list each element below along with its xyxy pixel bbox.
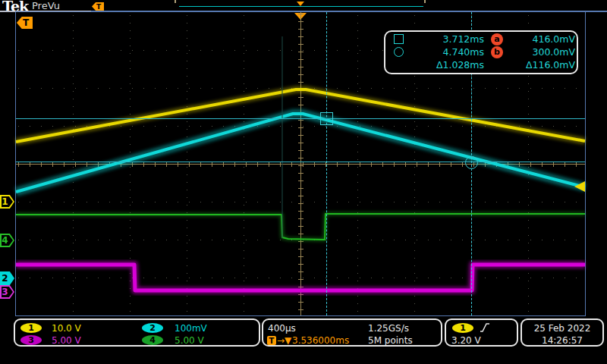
trigger-source-badge: 1	[452, 323, 473, 333]
cursor-b-circle-marker[interactable]	[465, 156, 478, 169]
horizontal-readout: 400µs 1.25GS/s T →▼ 3.536000ms 5M points	[262, 318, 442, 347]
date-label: 25 Feb 2022	[522, 323, 602, 334]
trigger-level: 3.20 V	[451, 335, 481, 346]
channel-4-marker-label: 4	[0, 235, 10, 246]
datetime-readout: 25 Feb 2022 14:26:57	[521, 318, 604, 347]
channel-3-scale: 5.00 V	[52, 335, 81, 346]
trigger-delay-value: 3.536000ms	[292, 335, 349, 346]
cursor-delta-time: Δ1.028ms	[410, 59, 484, 71]
trigger-readout: 1 3.20 V	[445, 318, 518, 347]
channel-scales-readout: 1 10.0 V 2 100mV 3 5.00 V 4 5.00 V	[14, 318, 260, 347]
cursor-a-time: 3.712ms	[410, 33, 484, 45]
cursor-b-circle-icon	[394, 47, 404, 57]
cursor-b-time: 4.740ms	[410, 46, 484, 58]
channel-2-badge: 2	[142, 323, 163, 333]
channel-4-badge: 4	[142, 335, 163, 345]
time-cursor-a[interactable]	[326, 12, 327, 315]
cursor-a-amplitude: 416.0mV	[510, 33, 575, 45]
channel-2-scale: 100mV	[175, 323, 207, 334]
cursor-b-amplitude: 300.0mV	[510, 46, 575, 58]
oscilloscope-screen: Tek PreVu T T 1 4 2 3 3.712ms a 41	[0, 0, 607, 364]
cursor-a-badge: a	[491, 33, 503, 46]
sample-rate: 1.25GS/s	[368, 323, 409, 334]
horizontal-scale: 400µs	[268, 323, 296, 334]
trigger-delay-t-icon: T	[267, 336, 276, 345]
channel-1-scale: 10.0 V	[52, 323, 81, 334]
amplitude-cursor-a[interactable]	[16, 118, 585, 119]
record-length: 5M points	[368, 335, 413, 346]
rising-edge-slope-icon	[480, 322, 490, 334]
cursor-b-badge: b	[491, 46, 503, 58]
cursor-readout-box: 3.712ms a 416.0mV 4.740ms b 300.0mV Δ1.0…	[384, 30, 578, 74]
channel-4-scale: 5.00 V	[175, 335, 204, 346]
channel-1-marker-label: 1	[0, 196, 10, 207]
amplitude-cursor-b[interactable]	[16, 162, 585, 162]
channel-3-badge: 3	[20, 335, 42, 345]
channel-3-marker-label: 3	[0, 287, 10, 297]
cursor-delta-amplitude: Δ116.0mV	[510, 59, 575, 71]
trigger-delay-arrows-icon: →▼	[277, 335, 291, 346]
channel-1-badge: 1	[20, 323, 42, 333]
time-label: 14:26:57	[522, 335, 602, 346]
cursor-a-square-marker[interactable]	[320, 112, 333, 125]
cursor-a-square-icon	[394, 34, 404, 44]
channel-2-marker-label: 2	[0, 273, 10, 284]
